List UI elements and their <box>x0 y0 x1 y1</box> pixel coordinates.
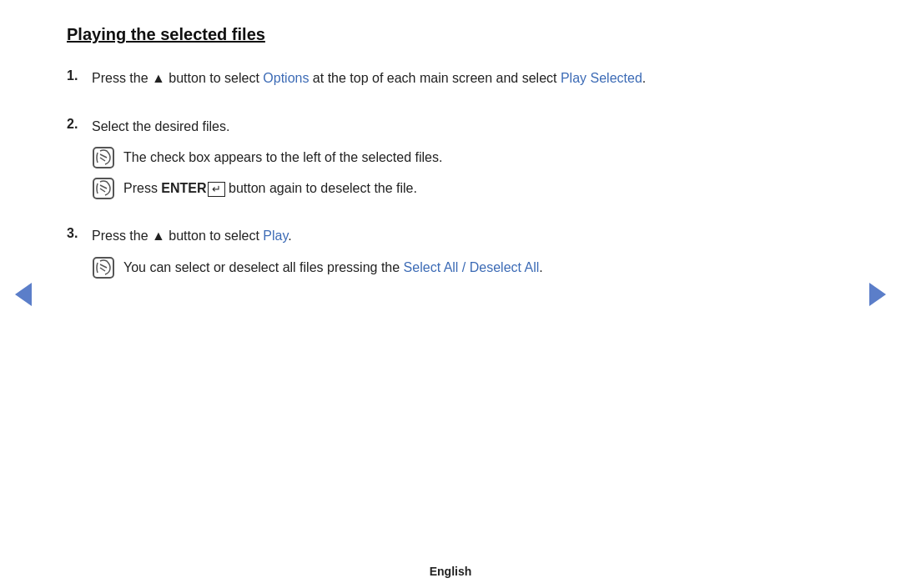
step-text-2: Select the desired files. <box>92 116 834 138</box>
nav-arrow-right[interactable] <box>869 283 886 306</box>
note-item-3-1: You can select or deselect all files pre… <box>92 255 834 279</box>
step-content-1: Press the ▲ button to select Options at … <box>92 68 834 98</box>
note-icon-2-1 <box>92 146 115 169</box>
step-number-1: 1. <box>67 68 92 83</box>
note-text-2-2: Press ENTER↵ button again to deselect th… <box>123 176 417 199</box>
note-text-3-1: You can select or deselect all files pre… <box>123 255 543 279</box>
step-number-3: 3. <box>67 226 92 241</box>
step-content-2: Select the desired files. T <box>92 116 834 208</box>
note-item-2-1: The check box appears to the left of the… <box>92 145 834 169</box>
step-text-1: Press the ▲ button to select Options at … <box>92 68 834 89</box>
step-list: 1. Press the ▲ button to select Options … <box>67 68 834 286</box>
play-link[interactable]: Play <box>263 229 288 243</box>
note-icon-2-2 <box>92 177 115 200</box>
select-all-link[interactable]: Select All / Deselect All <box>404 260 540 274</box>
content-area: Playing the selected files 1. Press the … <box>0 0 901 563</box>
note-icon-3-1 <box>92 256 115 279</box>
note-list-2: The check box appears to the left of the… <box>92 145 834 200</box>
note-item-2-2: Press ENTER↵ button again to deselect th… <box>92 176 834 200</box>
step-text-3: Press the ▲ button to select Play. <box>92 225 834 247</box>
page-title: Playing the selected files <box>67 25 834 44</box>
step-content-3: Press the ▲ button to select Play. <box>92 225 834 286</box>
enter-symbol: ↵ <box>208 182 225 198</box>
options-link[interactable]: Options <box>263 71 309 85</box>
enter-bold: ENTER <box>161 181 206 195</box>
note-list-3: You can select or deselect all files pre… <box>92 255 834 279</box>
nav-arrow-left[interactable] <box>15 283 32 306</box>
note-text-2-1: The check box appears to the left of the… <box>123 145 442 168</box>
step-item-2: 2. Select the desired files. <box>67 116 834 208</box>
play-selected-link[interactable]: Play Selected <box>561 71 642 85</box>
step-item-3: 3. Press the ▲ button to select Play. <box>67 225 834 286</box>
step-number-2: 2. <box>67 117 92 132</box>
footer-language: English <box>0 565 901 578</box>
step-item-1: 1. Press the ▲ button to select Options … <box>67 68 834 98</box>
